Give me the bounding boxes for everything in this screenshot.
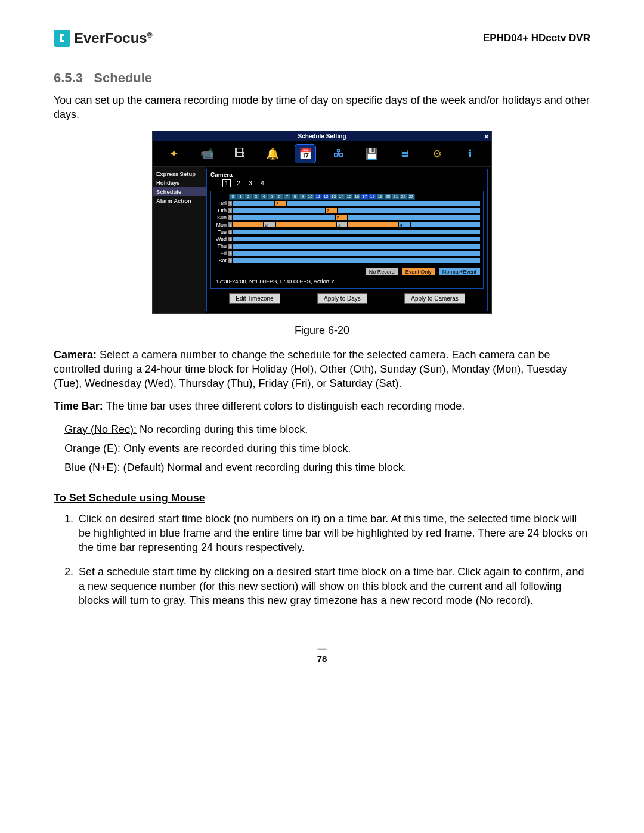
day-bar[interactable]: 12	[228, 200, 481, 206]
legend-event-only[interactable]: Event Only	[401, 268, 436, 276]
hour-cell[interactable]: 8	[291, 194, 299, 200]
sidebar-item-holidays[interactable]: Holidays	[153, 178, 206, 187]
dvr-sidebar: Express Setup Holidays Schedule Alarm Ac…	[153, 167, 206, 313]
dvr-titlebar: Schedule Setting ×	[153, 131, 491, 141]
record-icon[interactable]: 🎞	[230, 145, 250, 163]
info-icon[interactable]: ℹ	[460, 145, 480, 163]
day-bar[interactable]: 1	[228, 236, 481, 242]
time-segment[interactable]: 1	[228, 229, 233, 235]
day-label: Mon	[213, 222, 228, 228]
hour-cell[interactable]: 22	[400, 194, 407, 200]
figure-wrap: Schedule Setting × ✦ 📹 🎞 🔔 📅 🖧 💾 🖥 ⚙ ℹ E…	[54, 131, 590, 337]
day-bar[interactable]: 1	[228, 250, 481, 256]
time-segment[interactable]: 2	[275, 200, 287, 206]
steps-list: Click on desired start time block (no nu…	[54, 512, 590, 608]
time-segment[interactable]: 2	[336, 215, 348, 221]
time-segment[interactable]	[233, 222, 264, 228]
display-icon[interactable]: 🖥	[394, 145, 414, 163]
schedule-icon[interactable]: 📅	[295, 145, 315, 163]
day-bar[interactable]: 1234	[228, 222, 481, 228]
hour-cell[interactable]: 3	[252, 194, 260, 200]
time-segment[interactable]	[233, 236, 481, 242]
hour-cell[interactable]: 19	[376, 194, 384, 200]
time-segment[interactable]	[287, 200, 481, 206]
hour-cell[interactable]: 7	[283, 194, 291, 200]
time-segment[interactable]	[233, 258, 481, 264]
edit-timezone-button[interactable]: Edit Timezone	[229, 293, 280, 304]
hour-cell[interactable]: 14	[338, 194, 345, 200]
hour-cell[interactable]: 13	[330, 194, 338, 200]
time-segment[interactable]	[233, 208, 326, 213]
hour-cell[interactable]: 17	[361, 194, 369, 200]
time-segment[interactable]: 2	[326, 208, 338, 213]
time-segment[interactable]: 2	[264, 222, 275, 228]
time-segment[interactable]	[338, 208, 481, 213]
hour-cell[interactable]: 0	[229, 194, 237, 200]
day-bar[interactable]: 1	[228, 258, 481, 264]
hour-cell[interactable]: 15	[345, 194, 353, 200]
hour-cell[interactable]: 1	[237, 194, 244, 200]
time-segment[interactable]: 1	[228, 215, 233, 221]
hour-cell[interactable]: 23	[407, 194, 415, 200]
sidebar-item-alarm[interactable]: Alarm Action	[153, 196, 206, 205]
time-segment[interactable]: 4	[398, 222, 410, 228]
hour-cell[interactable]: 5	[268, 194, 275, 200]
wizard-icon[interactable]: ✦	[164, 145, 184, 163]
close-icon[interactable]: ×	[484, 132, 489, 141]
legend-no-record[interactable]: No Record	[365, 268, 399, 276]
day-bar[interactable]: 1	[228, 243, 481, 249]
day-bar[interactable]: 12	[228, 215, 481, 221]
time-segment[interactable]	[275, 222, 336, 228]
time-segment[interactable]: 1	[228, 208, 233, 213]
hour-cell[interactable]: 6	[275, 194, 283, 200]
time-segment[interactable]	[233, 200, 275, 206]
time-segment[interactable]: 1	[228, 243, 233, 249]
camera-tab-1[interactable]: 1	[222, 179, 231, 187]
time-segment[interactable]	[348, 215, 481, 221]
hour-cell[interactable]: 11	[314, 194, 322, 200]
step-1: Click on desired start time block (no nu…	[76, 512, 590, 555]
legend-row: No Record Event Only Normal+Event	[213, 268, 481, 276]
hour-cell[interactable]: 2	[244, 194, 252, 200]
time-segment[interactable]: 1	[228, 236, 233, 242]
apply-days-button[interactable]: Apply to Days	[317, 293, 367, 304]
time-segment[interactable]: 1	[228, 200, 233, 206]
legend-normal-event[interactable]: Normal+Event	[438, 268, 481, 276]
disk-icon[interactable]: 💾	[361, 145, 382, 163]
camera-tab-3[interactable]: 3	[246, 179, 255, 187]
time-segment[interactable]	[233, 215, 336, 221]
hour-cell[interactable]: 10	[306, 194, 314, 200]
time-segment[interactable]: 1	[228, 258, 233, 264]
time-segment[interactable]	[233, 243, 481, 249]
time-segment[interactable]: 3	[336, 222, 348, 228]
hour-cell[interactable]: 12	[322, 194, 330, 200]
camera-tab-2[interactable]: 2	[234, 179, 243, 187]
day-bar[interactable]: 12	[228, 208, 481, 213]
dvr-main-panel: Camera 1 2 3 4 0123456789101112131415161…	[206, 169, 488, 311]
hour-cell[interactable]: 9	[299, 194, 306, 200]
status-line: 17:30-24:00, N:1.00FPS, E:30.00FPS, Acti…	[213, 278, 481, 284]
camera-icon[interactable]: 📹	[197, 145, 217, 163]
time-segment[interactable]	[233, 229, 481, 235]
step-2: Set a schedule start time by clicking on…	[76, 565, 590, 608]
day-bar[interactable]: 1	[228, 229, 481, 235]
sidebar-item-schedule[interactable]: Schedule	[153, 187, 206, 196]
bullet-gray: Gray (No Rec): No recording during this …	[64, 422, 590, 436]
time-segment[interactable]	[348, 222, 398, 228]
apply-cameras-button[interactable]: Apply to Cameras	[404, 293, 465, 304]
hour-cell[interactable]: 20	[384, 194, 392, 200]
day-row: Tue1	[213, 229, 481, 236]
sidebar-item-express[interactable]: Express Setup	[153, 169, 206, 178]
hour-cell[interactable]: 18	[369, 194, 376, 200]
time-segment[interactable]	[233, 250, 481, 256]
camera-tab-4[interactable]: 4	[258, 179, 267, 187]
alarm-icon[interactable]: 🔔	[262, 145, 283, 163]
settings-icon[interactable]: ⚙	[427, 145, 447, 163]
hour-cell[interactable]: 16	[353, 194, 361, 200]
time-segment[interactable]: 1	[228, 250, 233, 256]
network-icon[interactable]: 🖧	[329, 145, 349, 163]
hour-cell[interactable]: 4	[260, 194, 268, 200]
time-segment[interactable]: 1	[228, 222, 233, 228]
hour-cell[interactable]: 21	[392, 194, 400, 200]
time-segment[interactable]	[410, 222, 481, 228]
